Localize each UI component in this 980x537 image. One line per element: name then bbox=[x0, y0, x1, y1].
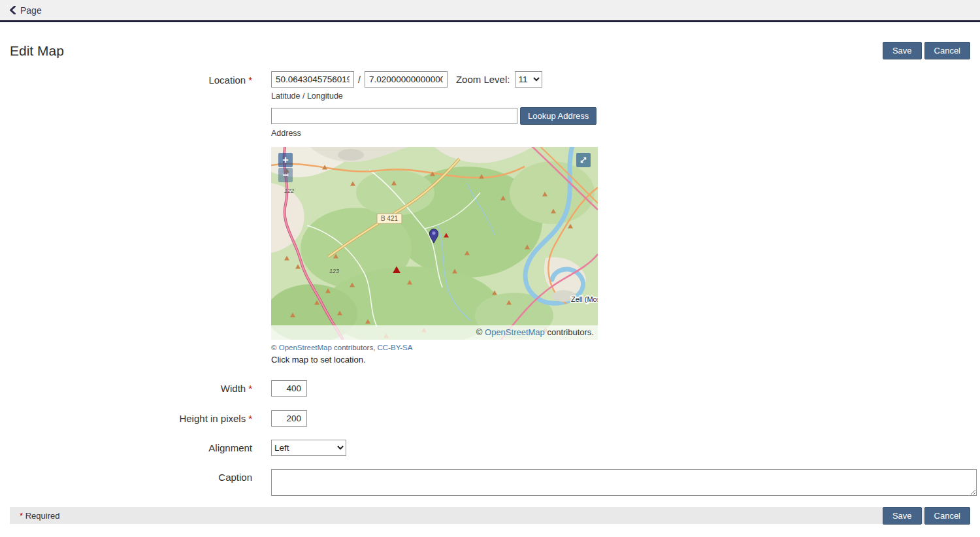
cancel-button-bottom[interactable]: Cancel bbox=[924, 507, 970, 525]
expand-icon bbox=[580, 156, 587, 164]
required-asterisk: * bbox=[248, 383, 252, 394]
click-map-hint: Click map to set location. bbox=[271, 355, 598, 365]
required-asterisk: * bbox=[248, 74, 252, 86]
address-hint: Address bbox=[271, 128, 598, 138]
cc-by-sa-link[interactable]: CC-BY-SA bbox=[378, 344, 413, 351]
latlon-separator: / bbox=[358, 74, 361, 85]
road-shield-b421: B 421 bbox=[377, 214, 402, 223]
footer-bar: * Required Save Cancel bbox=[10, 507, 970, 524]
map-attribution: © OpenStreetMap contributors. bbox=[271, 325, 598, 340]
top-bar: Page bbox=[0, 0, 980, 22]
road-number-123: 123 bbox=[329, 268, 339, 274]
height-label: Height in pixels* bbox=[10, 410, 252, 427]
save-button-top[interactable]: Save bbox=[883, 42, 922, 59]
alignment-row: Alignment Left bbox=[10, 440, 970, 457]
height-row: Height in pixels* bbox=[10, 410, 970, 427]
height-input[interactable] bbox=[271, 410, 307, 427]
edit-map-form: Location* / Zoom Level: 11 Latitude / Lo… bbox=[0, 67, 980, 498]
zoom-level-select[interactable]: 11 bbox=[515, 71, 542, 88]
width-row: Width* bbox=[10, 380, 970, 397]
latlon-hint: Latitude / Longitude bbox=[271, 91, 598, 101]
caption-label: Caption bbox=[10, 469, 252, 498]
cancel-button-top[interactable]: Cancel bbox=[924, 42, 970, 59]
latitude-input[interactable] bbox=[271, 71, 354, 88]
lookup-address-button[interactable]: Lookup Address bbox=[520, 107, 596, 125]
back-link-label: Page bbox=[20, 5, 42, 16]
page-title: Edit Map bbox=[10, 43, 64, 59]
alignment-label: Alignment bbox=[10, 440, 252, 457]
map-tiles: B 421 122 123 Zell (Mos bbox=[271, 147, 598, 340]
width-label: Width* bbox=[10, 380, 252, 397]
back-to-page-link[interactable]: Page bbox=[9, 5, 42, 16]
longitude-input[interactable] bbox=[365, 71, 448, 88]
location-label: Location* bbox=[10, 71, 252, 365]
map-license-line: © OpenStreetMap contributors, CC-BY-SA bbox=[271, 344, 598, 351]
header-actions: Save Cancel bbox=[883, 42, 970, 59]
road-number-122: 122 bbox=[284, 187, 294, 194]
save-button-bottom[interactable]: Save bbox=[883, 507, 922, 525]
required-note: * Required bbox=[20, 511, 59, 521]
zoom-level-label: Zoom Level: bbox=[456, 74, 510, 85]
caption-row: Caption bbox=[10, 469, 970, 498]
map-zoom-out-button[interactable]: − bbox=[278, 168, 293, 182]
required-asterisk: * bbox=[248, 413, 252, 424]
osm-link-below-map[interactable]: OpenStreetMap bbox=[279, 344, 332, 351]
map-zoom-in-button[interactable]: + bbox=[278, 153, 293, 167]
city-label-zell: Zell (Mos bbox=[571, 295, 598, 303]
chevron-left-icon bbox=[9, 6, 16, 14]
svg-text:B 421: B 421 bbox=[381, 215, 399, 222]
osm-link-in-map[interactable]: OpenStreetMap bbox=[485, 327, 545, 337]
location-row: Location* / Zoom Level: 11 Latitude / Lo… bbox=[10, 71, 970, 365]
alignment-select[interactable]: Left bbox=[271, 440, 346, 456]
caption-input[interactable] bbox=[271, 469, 977, 496]
map-fullscreen-button[interactable] bbox=[576, 153, 591, 167]
location-map[interactable]: B 421 122 123 Zell (Mos + − bbox=[271, 147, 598, 340]
width-input[interactable] bbox=[271, 380, 307, 397]
footer-actions: Save Cancel bbox=[883, 507, 970, 525]
page-header: Edit Map Save Cancel bbox=[0, 22, 980, 67]
address-input[interactable] bbox=[271, 108, 517, 124]
